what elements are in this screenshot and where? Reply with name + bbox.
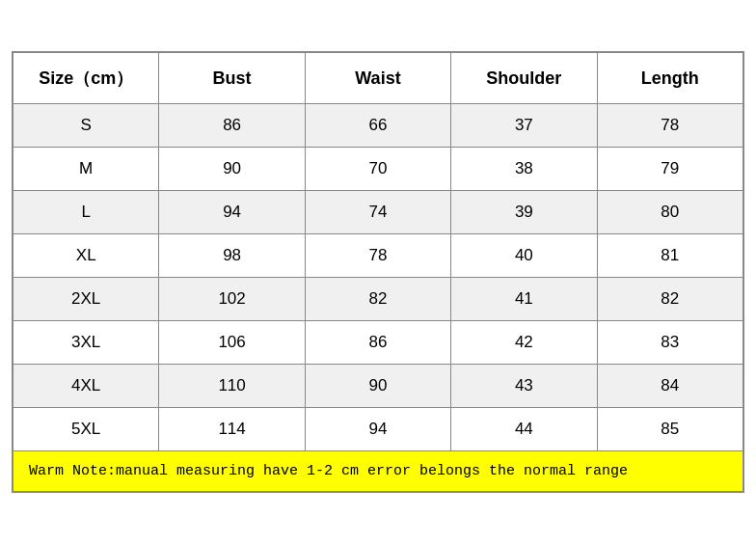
- cell-size: 3XL: [14, 321, 159, 365]
- cell-length: 79: [597, 148, 742, 191]
- cell-shoulder: 39: [451, 191, 597, 234]
- cell-shoulder: 38: [451, 148, 597, 191]
- cell-size: M: [14, 148, 159, 191]
- col-header-length: Length: [597, 53, 742, 104]
- cell-size: XL: [14, 234, 159, 278]
- cell-size: 2XL: [14, 278, 159, 321]
- size-table: Size（cm） Bust Waist Shoulder Length S866…: [13, 52, 743, 451]
- col-header-waist: Waist: [305, 53, 450, 104]
- table-row: 5XL114944485: [14, 408, 743, 451]
- cell-shoulder: 40: [451, 234, 597, 278]
- cell-size: 4XL: [14, 365, 159, 408]
- cell-waist: 94: [305, 408, 450, 451]
- table-row: M90703879: [14, 148, 743, 191]
- size-chart-container: Size（cm） Bust Waist Shoulder Length S866…: [12, 51, 744, 493]
- col-header-size: Size（cm）: [14, 53, 159, 104]
- cell-bust: 110: [159, 365, 305, 408]
- table-row: 2XL102824182: [14, 278, 743, 321]
- warm-note: Warm Note:manual measuring have 1-2 cm e…: [13, 451, 743, 492]
- cell-bust: 90: [159, 148, 305, 191]
- table-row: 4XL110904384: [14, 365, 743, 408]
- table-row: L94743980: [14, 191, 743, 234]
- cell-size: L: [14, 191, 159, 234]
- cell-shoulder: 44: [451, 408, 597, 451]
- cell-waist: 66: [305, 104, 450, 148]
- cell-length: 78: [597, 104, 742, 148]
- col-header-bust: Bust: [159, 53, 305, 104]
- cell-waist: 90: [305, 365, 450, 408]
- table-row: XL98784081: [14, 234, 743, 278]
- cell-shoulder: 42: [451, 321, 597, 365]
- cell-shoulder: 37: [451, 104, 597, 148]
- table-row: S86663778: [14, 104, 743, 148]
- table-row: 3XL106864283: [14, 321, 743, 365]
- cell-size: 5XL: [14, 408, 159, 451]
- cell-size: S: [14, 104, 159, 148]
- cell-waist: 82: [305, 278, 450, 321]
- cell-bust: 98: [159, 234, 305, 278]
- cell-length: 84: [597, 365, 742, 408]
- cell-waist: 86: [305, 321, 450, 365]
- cell-length: 83: [597, 321, 742, 365]
- table-header-row: Size（cm） Bust Waist Shoulder Length: [14, 53, 743, 104]
- cell-length: 81: [597, 234, 742, 278]
- cell-length: 82: [597, 278, 742, 321]
- cell-length: 80: [597, 191, 742, 234]
- cell-bust: 94: [159, 191, 305, 234]
- cell-length: 85: [597, 408, 742, 451]
- cell-bust: 114: [159, 408, 305, 451]
- cell-shoulder: 41: [451, 278, 597, 321]
- cell-waist: 78: [305, 234, 450, 278]
- cell-bust: 102: [159, 278, 305, 321]
- cell-shoulder: 43: [451, 365, 597, 408]
- cell-bust: 106: [159, 321, 305, 365]
- cell-waist: 74: [305, 191, 450, 234]
- cell-bust: 86: [159, 104, 305, 148]
- col-header-shoulder: Shoulder: [451, 53, 597, 104]
- cell-waist: 70: [305, 148, 450, 191]
